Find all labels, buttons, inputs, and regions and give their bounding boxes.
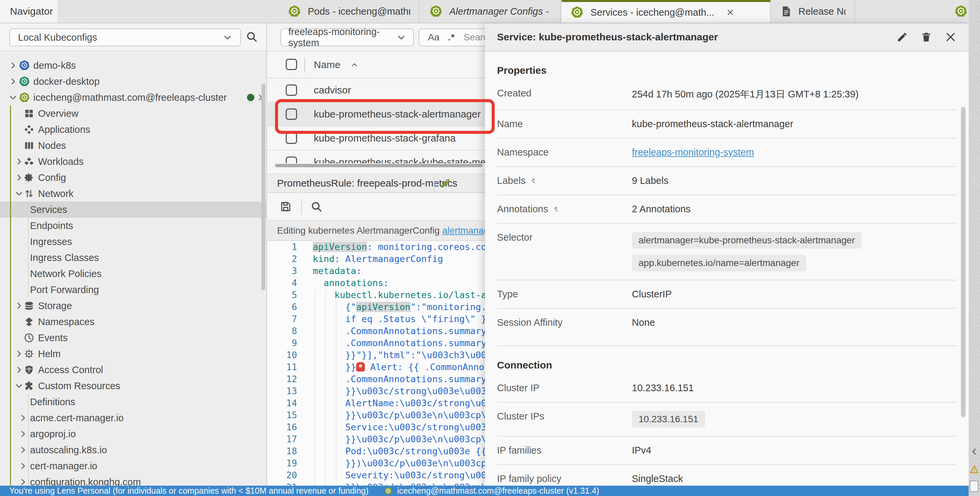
chevron-right-icon[interactable] — [15, 157, 23, 166]
chevron-right-icon[interactable] — [19, 478, 27, 486]
code-token: apiVersion — [356, 302, 410, 312]
code-token — [313, 470, 345, 480]
chevron-down-icon[interactable] — [9, 93, 18, 102]
code-token — [313, 458, 345, 468]
line-code: .CommonAnnotations.summary }} — [313, 337, 503, 349]
regex-icon[interactable]: .* — [448, 32, 455, 43]
line-code: annotations: — [313, 277, 389, 289]
edit-pencil-icon[interactable] — [897, 31, 908, 43]
property-value: None — [632, 317, 655, 328]
chevron-left-icon[interactable] — [970, 447, 978, 456]
delete-trash-icon[interactable] — [921, 31, 932, 43]
editor-panel-title: PrometheusRule: freepeals-prod-metrics — [277, 178, 457, 189]
service-name: kube-prometheus-stack-alertmanager — [314, 108, 480, 120]
sidebar-item-docker-desktop[interactable]: docker-desktop — [0, 73, 266, 89]
sort-icon[interactable] — [552, 205, 560, 213]
chevron-right-icon[interactable] — [15, 350, 23, 358]
sidebar-item-definitions[interactable]: Definitions — [0, 394, 266, 410]
header-divider — [304, 57, 305, 73]
code-token: }}\u003c/p\u003e\n\u003cp\u003 — [345, 410, 508, 420]
value-chip: 10.233.16.151 — [632, 411, 705, 428]
find-icon[interactable] — [310, 200, 323, 213]
chevron-right-icon[interactable] — [19, 462, 27, 470]
code-token: AlertmanagerConfig — [345, 254, 443, 264]
tab-release-notes[interactable]: Release Notes — [772, 0, 855, 23]
row-checkbox[interactable] — [286, 132, 297, 144]
chevron-right-icon[interactable] — [19, 413, 27, 422]
sidebar-item-network-policies[interactable]: Network Policies — [0, 266, 266, 282]
sidebar-item-applications[interactable]: Applications — [0, 121, 266, 138]
horizontal-scrollbar[interactable] — [275, 164, 483, 167]
navigator-panel-tab[interactable]: Navigator — [0, 0, 57, 23]
name-column-header[interactable]: Name — [314, 59, 340, 70]
row-checkbox[interactable] — [286, 157, 297, 163]
sidebar-item-events[interactable]: Events — [0, 330, 266, 346]
namespace-link[interactable]: freeleaps-monitoring-system — [632, 147, 754, 158]
sidebar-item-label: Events — [38, 332, 68, 343]
line-number: 6 — [268, 301, 297, 313]
tab-services-icecheng-math[interactable]: Services - icecheng@math... — [562, 0, 771, 23]
chevron-right-icon[interactable] — [15, 301, 23, 310]
overview-icon — [24, 108, 34, 119]
sort-icon[interactable] — [530, 177, 538, 185]
close-tab-icon[interactable] — [725, 8, 735, 17]
property-label: IP families — [497, 445, 541, 456]
sidebar-item-helm[interactable]: Helm — [0, 346, 266, 362]
match-case-icon[interactable]: Aa — [428, 32, 439, 43]
sidebar-item-custom-resources[interactable]: Custom Resources — [0, 378, 266, 394]
sidebar-item-overview[interactable]: Overview — [0, 105, 266, 121]
sidebar-item-port-forwarding[interactable]: Port Forwarding — [0, 282, 266, 298]
sidebar-item-endpoints[interactable]: Endpoints — [0, 218, 266, 234]
sidebar-item-icecheng-mathmast-com-freeleaps-cluster[interactable]: icecheng@mathmast.com@freeleaps-cluster — [0, 89, 266, 105]
kubernetes-icon — [570, 6, 584, 19]
edit-pencil-icon[interactable] — [440, 178, 451, 189]
sidebar-item-config[interactable]: Config — [0, 170, 266, 186]
chevron-right-icon[interactable] — [19, 429, 27, 438]
line-number: 20 — [268, 469, 297, 481]
tab-label: Release Notes — [799, 6, 846, 17]
sidebar-item-namespaces[interactable]: Namespaces — [0, 314, 266, 330]
sidebar-item-label: Storage — [38, 300, 72, 312]
sidebar-item-network[interactable]: Network — [0, 186, 266, 202]
chevron-right-icon[interactable] — [19, 445, 27, 454]
sidebar-item-access-control[interactable]: Access Control — [0, 362, 266, 378]
search-icon[interactable] — [246, 31, 258, 43]
sidebar-item-storage[interactable]: Storage — [0, 298, 266, 314]
code-token — [313, 314, 345, 324]
active-cluster-status[interactable]: icecheng@mathmast.com@freeleaps-cluster … — [384, 486, 599, 496]
sidebar-item-autoscaling-k8s-io[interactable]: autoscaling.k8s.io — [0, 442, 266, 458]
code-token — [313, 278, 324, 288]
chevron-right-icon[interactable] — [15, 173, 23, 182]
chevron-right-icon[interactable] — [15, 366, 23, 374]
clock-icon — [24, 333, 34, 343]
sidebar-item-ingresses[interactable]: Ingresses — [0, 234, 266, 250]
chevron-right-icon[interactable] — [9, 77, 18, 86]
tab-alertmanager-configs-icec[interactable]: Alertmanager Configs - icec... — [421, 0, 561, 23]
chevron-down-icon[interactable] — [15, 189, 23, 198]
drawer-scrollbar[interactable] — [961, 107, 966, 417]
line-number: 2 — [268, 253, 297, 265]
sidebar-item-services[interactable]: Services — [0, 202, 266, 218]
row-checkbox[interactable] — [286, 108, 297, 120]
close-icon[interactable] — [945, 31, 957, 43]
code-token — [313, 362, 345, 372]
select-all-checkbox[interactable] — [286, 59, 297, 70]
sidebar-item-workloads[interactable]: Workloads — [0, 154, 266, 170]
save-icon[interactable] — [280, 200, 292, 213]
tab-pods-icecheng-mathmas[interactable]: Pods - icecheng@mathmas... — [279, 0, 420, 23]
row-checkbox[interactable] — [286, 84, 297, 96]
chevron-right-icon[interactable] — [9, 61, 18, 70]
sidebar-item-argoproj-io[interactable]: argoproj.io — [0, 426, 266, 442]
sidebar-item-nodes[interactable]: Nodes — [0, 138, 266, 154]
property-label: Type — [497, 289, 518, 300]
sidebar-item-demo-k8s[interactable]: demo-k8s — [0, 57, 266, 73]
sort-ascending-icon[interactable] — [350, 61, 358, 69]
sidebar-scrollbar[interactable] — [261, 83, 266, 290]
sidebar-item-acme-cert-manager-io[interactable]: acme.cert-manager.io — [0, 410, 266, 426]
namespace-select[interactable]: freeleaps-monitoring-system — [280, 29, 414, 46]
kubeconfig-select[interactable]: Local Kubeconfigs — [10, 29, 241, 46]
sidebar-item-ingress-classes[interactable]: Ingress Classes — [0, 250, 266, 266]
sidebar-item-label: Definitions — [30, 396, 75, 407]
sidebar-item-cert-manager-io[interactable]: cert-manager.io — [0, 458, 266, 474]
chevron-down-icon[interactable] — [15, 382, 23, 390]
